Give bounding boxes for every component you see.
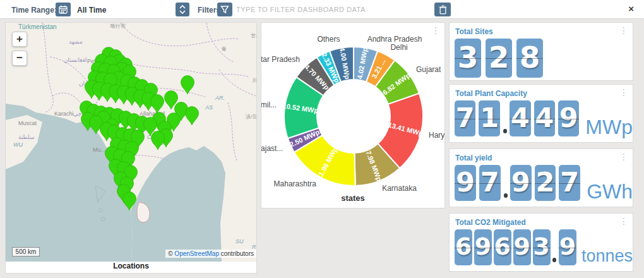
stat-card-total-plant-capacity: ⋮Total Plant Capacity71449MWp [449, 84, 633, 143]
chart-menu-kebab-icon[interactable]: ⋮ [431, 26, 440, 35]
flip-digit: 2 [535, 165, 556, 201]
trash-icon [439, 5, 447, 15]
calendar-button[interactable] [56, 3, 71, 16]
time-range-value[interactable]: All Time [77, 6, 106, 15]
attribution-copyright: © [168, 250, 172, 257]
slice-name-label: Karnataka [382, 184, 417, 193]
decimal-point [552, 258, 557, 262]
map-place-label: Karachi [54, 111, 74, 117]
chart-title: states [261, 193, 444, 203]
flip-counter: 696939tonnes [450, 229, 633, 265]
decimal-point [503, 129, 507, 133]
stat-title: Total Sites [450, 23, 633, 39]
flip-counter: 328 [450, 39, 633, 78]
flip-digit: 9 [559, 229, 576, 265]
flip-digit: 7 [559, 165, 580, 201]
slice-name-label: Uttar Pradesh [261, 55, 300, 64]
slice-name-label: Hary... [429, 131, 444, 140]
chevron-up-down-icon [179, 4, 186, 15]
map-attribution: © OpenStreetMap contributors [165, 250, 256, 258]
flip-digit: 9 [455, 165, 476, 201]
flip-counter: 71449MWp [450, 100, 633, 136]
slice-name-label: Tamil... [261, 100, 277, 109]
openstreetmap-link[interactable]: OpenStreetMap [174, 250, 219, 257]
map-zoom-out-button[interactable]: − [12, 51, 27, 66]
map-place-label: افغانستان [64, 57, 87, 63]
flip-digit: 9 [558, 100, 579, 136]
states-chart-panel: ⋮ 4.02 MWpAndhra Pradesh3.21 ...Delhi6.8… [261, 22, 445, 208]
map-place-label: AR. [215, 95, 225, 101]
map-place-label: Türkmenistan [18, 23, 57, 30]
flip-digit: 9 [510, 165, 532, 201]
flip-digit: 4 [534, 100, 555, 136]
clear-dashboard-button[interactable] [434, 3, 451, 16]
map-canvas: Türkmenistan喀什市مشهدافغانستانPeshawarJKLa… [6, 23, 256, 262]
map-place-label: مشهد [69, 39, 83, 45]
toolbar: Time Range: All Time Filters: × [0, 0, 644, 19]
stat-menu-kebab-icon[interactable]: ⋮ [619, 26, 628, 35]
stat-card-total-co2-mitigated: ⋮Total CO2 Mitigated696939tonnes [449, 213, 633, 272]
flip-digit: 7 [479, 165, 501, 201]
slice-name-label: Maharashtra [274, 179, 317, 188]
stat-title: Total CO2 Mitigated [450, 214, 633, 229]
flip-digit: 4 [510, 100, 530, 136]
map-place-label: 甘/... [251, 33, 256, 39]
map-viewport[interactable]: Türkmenistan喀什市مشهدافغانستانPeshawarJKLa… [6, 23, 256, 262]
stat-title: Total Plant Capacity [450, 85, 633, 100]
map-place-label: Muscat [18, 120, 37, 126]
slice-name-label: Others [317, 35, 340, 44]
filter-search-input[interactable] [236, 3, 426, 16]
slice-name-label: Gujarat [416, 65, 441, 74]
map-place-label: SU [236, 238, 244, 245]
map-place-label: 川/... [252, 78, 256, 83]
slice-name-label: Delhi [390, 43, 407, 52]
flip-counter: 97927GWh [450, 165, 633, 201]
map-place-label: Mu... [93, 147, 105, 153]
collapse-toolbar-button[interactable] [176, 3, 189, 16]
filter-funnel-icon [220, 5, 229, 14]
flip-digit: 9 [513, 229, 531, 265]
map-zoom-in-button[interactable]: + [12, 32, 27, 47]
map-place-label: WU [13, 142, 23, 148]
calendar-icon [59, 5, 68, 14]
map-place-label: 青 [221, 46, 227, 52]
attribution-suffix: contributors [221, 250, 254, 257]
states-donut-chart: 4.02 MWpAndhra Pradesh3.21 ...Delhi6.82 … [261, 23, 444, 195]
map-place-label: AS [205, 104, 213, 111]
stat-card-total-sites: ⋮Total Sites328 [449, 22, 633, 81]
flip-digit: 3 [455, 39, 481, 78]
stat-menu-kebab-icon[interactable]: ⋮ [619, 88, 628, 97]
map-place-label: سلطنة [18, 134, 34, 140]
flip-digit: 6 [494, 229, 511, 265]
time-range-label: Time Range: [11, 6, 57, 15]
flip-digit: 8 [516, 39, 543, 78]
map-scale-bar: 500 km [12, 247, 40, 257]
stat-unit: MWp [585, 118, 633, 136]
map-place-label: 喀什市 [110, 23, 126, 29]
map-place-label: 滇/云 [246, 114, 256, 119]
stat-card-total-yield: ⋮Total yield97927GWh [449, 148, 633, 207]
stat-menu-kebab-icon[interactable]: ⋮ [619, 217, 628, 226]
flip-digit: 3 [533, 229, 551, 265]
stat-title: Total yield [450, 149, 633, 165]
stat-unit: tonnes [581, 246, 633, 265]
flip-digit: 1 [479, 100, 499, 136]
flip-digit: 9 [474, 229, 492, 265]
flip-digit: 6 [455, 229, 472, 265]
filter-button[interactable] [217, 3, 232, 16]
map-caption: Locations [6, 262, 256, 273]
flip-digit: 7 [455, 100, 475, 136]
close-button[interactable]: × [628, 4, 634, 13]
flip-digit: 2 [486, 39, 512, 78]
stat-unit: GWh [587, 182, 633, 201]
decimal-point [504, 193, 508, 198]
slice-name-label: Rajast... [261, 144, 283, 153]
locations-map-panel: Türkmenistan喀什市مشهدافغانستانPeshawarJKLa… [5, 22, 257, 274]
stat-menu-kebab-icon[interactable]: ⋮ [619, 152, 628, 161]
